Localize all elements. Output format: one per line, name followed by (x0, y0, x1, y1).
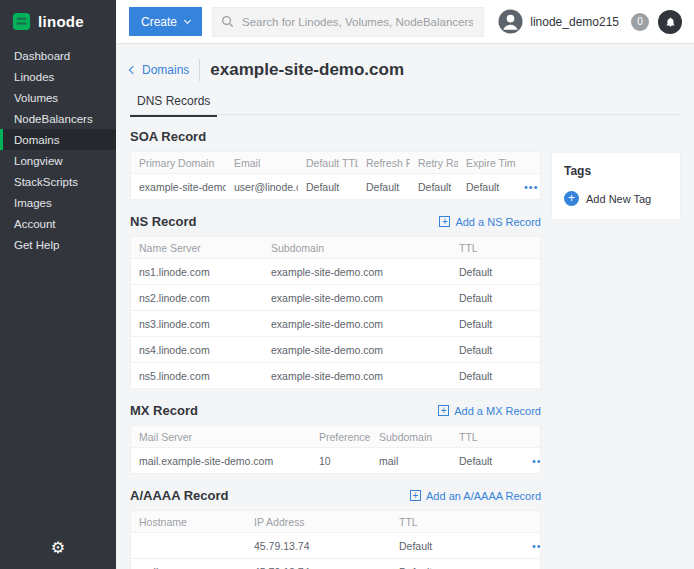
cell-ttl: Default (451, 455, 524, 467)
add-a-record-button[interactable]: Add an A/AAAA Record (410, 490, 541, 502)
column-header: Expire Time (458, 157, 516, 169)
cell-ttl: Default (391, 540, 524, 552)
column-header: Default TTL (298, 157, 358, 169)
topbar: Create linode_demo215 0 (116, 0, 694, 44)
mx-section-title: MX Record (130, 403, 198, 418)
cell-ttl: Default (451, 292, 540, 304)
cell-subdomain: example-site-demo.com (263, 292, 451, 304)
notifications-button[interactable] (658, 10, 682, 34)
table-row: mail.example-site-demo.com 10 mail Defau… (131, 448, 540, 474)
gear-icon[interactable] (0, 526, 116, 569)
cell-mail-server: mail.example-site-demo.com (131, 455, 311, 467)
column-header: Hostname (131, 516, 246, 528)
row-actions-icon[interactable] (532, 564, 540, 569)
sidebar-item-linodes[interactable]: Linodes (0, 66, 116, 87)
row-actions-icon[interactable] (532, 453, 540, 468)
records-column: SOA Record Primary Domain Email Default … (130, 115, 541, 569)
cell-primary-domain: example-site-demo.com (131, 181, 226, 193)
ns-section-header: NS Record Add a NS Record (130, 207, 541, 236)
sidebar-item-dashboard[interactable]: Dashboard (0, 45, 116, 66)
page-title: example-site-demo.com (210, 60, 404, 80)
plus-box-icon (438, 405, 449, 416)
sidebar-item-get-help[interactable]: Get Help (0, 234, 116, 255)
add-a-record-label: Add an A/AAAA Record (426, 490, 541, 502)
table-row: ns1.linode.com example-site-demo.com Def… (131, 259, 540, 285)
cell-name-server: ns5.linode.com (131, 370, 263, 382)
sidebar-item-domains[interactable]: Domains (0, 129, 116, 150)
add-new-tag-button[interactable]: Add New Tag (564, 191, 668, 206)
cell-subdomain: example-site-demo.com (263, 370, 451, 382)
sidebar-item-images[interactable]: Images (0, 192, 116, 213)
mx-section-header: MX Record Add a MX Record (130, 396, 541, 425)
column-header: Subdomain (371, 431, 451, 443)
page-header: Domains example-site-demo.com (130, 57, 681, 83)
page-content: Domains example-site-demo.com DNS Record… (116, 44, 694, 569)
a-section-header: A/AAAA Record Add an A/AAAA Record (130, 481, 541, 510)
soa-section-header: SOA Record (130, 122, 541, 151)
tags-column: Tags Add New Tag (551, 115, 681, 569)
main-area: Create linode_demo215 0 (116, 0, 694, 569)
table-row: ns2.linode.com example-site-demo.com Def… (131, 285, 540, 311)
a-table-header-row: Hostname IP Address TTL (131, 511, 540, 533)
add-mx-record-button[interactable]: Add a MX Record (438, 405, 541, 417)
mx-table-header-row: Mail Server Preference Subdomain TTL (131, 426, 540, 448)
chevron-left-icon (129, 66, 137, 74)
search-bar[interactable] (212, 7, 484, 37)
cell-name-server: ns2.linode.com (131, 292, 263, 304)
cell-ttl: Default (451, 266, 540, 278)
add-mx-record-label: Add a MX Record (454, 405, 541, 417)
sidebar-nav: Dashboard Linodes Volumes NodeBalancers … (0, 45, 116, 255)
add-ns-record-label: Add a NS Record (455, 216, 541, 228)
column-header: Name Server (131, 242, 263, 254)
plus-circle-icon (564, 191, 579, 206)
cell-name-server: ns4.linode.com (131, 344, 263, 356)
cell-ttl: Default (451, 318, 540, 330)
cell-retry-rate: Default (410, 181, 458, 193)
brand-name: linode (38, 13, 84, 30)
cell-subdomain: example-site-demo.com (263, 266, 451, 278)
cell-ttl: Default (451, 344, 540, 356)
row-actions-icon[interactable] (532, 538, 540, 553)
search-input[interactable] (240, 15, 475, 29)
tags-panel: Tags Add New Tag (551, 152, 681, 220)
table-row: ns5.linode.com example-site-demo.com Def… (131, 363, 540, 389)
cell-email: user@linode.com (226, 181, 298, 193)
column-header: Mail Server (131, 431, 311, 443)
cell-ip-address: 45.79.13.74 (246, 540, 391, 552)
table-row: 45.79.13.74 Default (131, 533, 540, 559)
column-header: Preference (311, 431, 371, 443)
mx-record-table: Mail Server Preference Subdomain TTL mai… (130, 425, 541, 474)
user-menu[interactable]: linode_demo215 (498, 9, 619, 34)
add-new-tag-label: Add New Tag (586, 193, 651, 205)
notification-count-badge[interactable]: 0 (631, 13, 649, 31)
cell-subdomain: mail (371, 455, 451, 467)
ns-section-title: NS Record (130, 214, 196, 229)
sidebar-item-stackscripts[interactable]: StackScripts (0, 171, 116, 192)
sidebar-item-nodebalancers[interactable]: NodeBalancers (0, 108, 116, 129)
username-label: linode_demo215 (530, 15, 619, 29)
sidebar: linode Dashboard Linodes Volumes NodeBal… (0, 0, 116, 569)
column-header: IP Address (246, 516, 391, 528)
sidebar-item-account[interactable]: Account (0, 213, 116, 234)
create-button-label: Create (141, 15, 177, 29)
create-button[interactable]: Create (129, 7, 202, 36)
table-row: example-site-demo.com user@linode.com De… (131, 174, 540, 200)
column-header: Subdomain (263, 242, 451, 254)
tab-dns-records[interactable]: DNS Records (130, 92, 217, 117)
search-icon (221, 15, 234, 28)
sidebar-item-volumes[interactable]: Volumes (0, 87, 116, 108)
sidebar-item-longview[interactable]: Longview (0, 150, 116, 171)
chevron-down-icon (184, 16, 191, 23)
cell-name-server: ns3.linode.com (131, 318, 263, 330)
row-actions-icon[interactable] (524, 179, 539, 194)
table-row: ns3.linode.com example-site-demo.com Def… (131, 311, 540, 337)
breadcrumb[interactable]: Domains (130, 63, 189, 77)
linode-logo[interactable]: linode (0, 0, 116, 45)
column-header: TTL (451, 431, 524, 443)
column-header: Email (226, 157, 298, 169)
soa-section-title: SOA Record (130, 129, 206, 144)
ns-record-table: Name Server Subdomain TTL ns1.linode.com… (130, 236, 541, 389)
add-ns-record-button[interactable]: Add a NS Record (439, 216, 541, 228)
cell-refresh-rate: Default (358, 181, 410, 193)
header-divider (199, 59, 200, 81)
